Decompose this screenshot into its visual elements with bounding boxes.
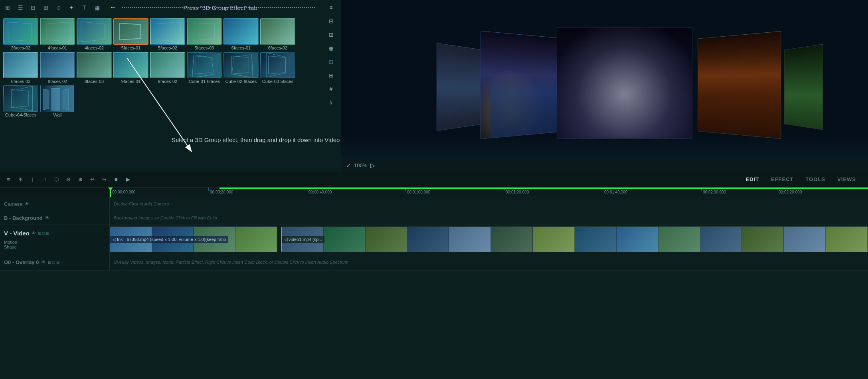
toolbar-icon-7[interactable]: T <box>80 3 89 12</box>
tl-icon-zoom-in[interactable]: ⊕ <box>76 175 85 184</box>
effect-thumbnail <box>223 52 259 78</box>
tl-icon-clip[interactable]: □ <box>40 175 49 184</box>
ruler-ticks[interactable]: 00:00:00.000 00:00:20.000 00:00:40.000 0… <box>110 188 868 197</box>
effect-thumbnail <box>150 52 185 78</box>
zoom-level[interactable]: 100% <box>354 162 367 168</box>
effect-9faces-02[interactable]: 9faces-02 <box>150 52 185 84</box>
effect-thumbnail <box>150 18 185 45</box>
icon-5[interactable]: □ <box>326 56 337 67</box>
effect-label: 6faces-03 <box>11 79 30 84</box>
camera-eye-icon[interactable]: 👁 <box>25 201 29 206</box>
effect-thumbnail <box>223 18 259 45</box>
effect-5faces-01[interactable]: 5faces-01 <box>113 18 148 50</box>
effect-cube-04-5faces[interactable]: Cube-04-5faces <box>3 85 38 117</box>
effect-5faces-02[interactable]: 5faces-02 <box>150 18 185 50</box>
ruler-mark-0: 00:00:00.000 <box>111 188 135 197</box>
video-eye-icon[interactable]: 👁 <box>32 231 36 235</box>
video-sub-labels: Motion Shape <box>4 240 17 249</box>
overlay-eye-icon[interactable]: 👁 <box>41 260 45 265</box>
effect-4faces-02[interactable]: 4faces-02 <box>77 18 112 50</box>
tl-icon-split[interactable]: ⬡ <box>52 175 61 184</box>
play-button[interactable]: ▷ <box>370 162 375 169</box>
tab-tools[interactable]: TOOLS <box>806 176 826 182</box>
clip-video1[interactable]: ◁ video1.mp4 (sp... <box>281 227 868 252</box>
icon-6[interactable]: ⊞ <box>326 70 337 81</box>
toolbar-icon-5[interactable]: ☺ <box>54 3 63 12</box>
toolbar-icon-4[interactable]: ⊞ <box>42 3 50 12</box>
tab-edit[interactable]: EDIT <box>745 176 759 182</box>
effect-cube-01-6faces[interactable]: Cube-01-6faces <box>187 52 222 84</box>
video-icon-4[interactable]: ○ <box>50 231 53 235</box>
effect-8faces-03[interactable]: 8faces-03 <box>77 52 112 84</box>
shape-label: Shape <box>4 245 17 249</box>
video-icon-3[interactable]: ⊞ <box>46 231 49 235</box>
effect-wall[interactable]: Wall <box>40 85 75 117</box>
toolbar-icon-1[interactable]: ⊞ <box>3 3 12 12</box>
clip-ink[interactable]: ◁ Ink - 67358.mp4 (speed x 1.00, volume … <box>110 227 277 252</box>
playhead[interactable] <box>110 188 111 197</box>
toolbar-icon-6[interactable]: ✦ <box>67 3 76 12</box>
effect-6faces-03[interactable]: 6faces-03 <box>3 52 38 84</box>
tooltip-text: Press "3D Group Effect" tab <box>183 4 257 11</box>
tl-icon-track[interactable]: | <box>28 175 37 184</box>
track-camera: Camera 👁 Double Click to Add Camera <box>0 197 868 211</box>
video-icon-1[interactable]: ⊞ <box>38 231 41 235</box>
toolbar-icon-2[interactable]: ☰ <box>16 3 25 12</box>
green-progress-bar <box>219 188 868 189</box>
track-video: V - Video 👁 ⊞ □ ⊞ ○ Motion Shape <box>0 225 868 254</box>
video-icon-2[interactable]: □ <box>42 231 45 235</box>
overlay-label: O0 - Overlay 0 <box>4 259 39 265</box>
effect-cube-02-6faces[interactable]: Cube-02-6faces <box>223 52 259 84</box>
tab-effect[interactable]: EFFECT <box>771 176 794 182</box>
track-content-camera[interactable]: Double Click to Add Camera <box>110 197 868 211</box>
effect-5faces-03[interactable]: 5faces-03 <box>187 18 222 50</box>
thumb-10 <box>491 227 533 252</box>
effect-3faces-02[interactable]: 3faces-02 <box>3 18 38 50</box>
camera-label: Camera <box>4 201 22 207</box>
bg-eye-icon[interactable]: 👁 <box>45 215 49 220</box>
overlay-icon-4[interactable]: ○ <box>61 260 63 265</box>
track-content-video[interactable]: ◁ Ink - 67358.mp4 (speed x 1.00, volume … <box>110 225 868 254</box>
overlay-icon-1[interactable]: ⊞ <box>48 260 51 265</box>
tl-icon-stop[interactable]: ■ <box>112 175 121 184</box>
effect-9faces-01[interactable]: 9faces-01 <box>113 52 148 84</box>
overlay-icon-3[interactable]: ⊞ <box>56 260 59 265</box>
icon-hash2[interactable]: # <box>326 97 337 108</box>
motion-label: Motion <box>4 240 17 245</box>
tl-icon-play[interactable]: ▶ <box>124 175 132 184</box>
effect-6faces-02[interactable]: 6faces-02 <box>260 18 295 50</box>
tl-icon-undo[interactable]: ↩ <box>88 175 97 184</box>
effect-6faces-01[interactable]: 6faces-01 <box>223 18 259 50</box>
tl-icon-redo[interactable]: ↪ <box>100 175 109 184</box>
thumb-16 <box>742 227 784 252</box>
playhead-marker <box>108 188 113 191</box>
icon-4[interactable]: ▦ <box>326 43 337 54</box>
tab-views[interactable]: VIEWS <box>837 176 856 182</box>
effect-8faces-02[interactable]: 8faces-02 <box>40 52 75 84</box>
timeline-menu-tabs: EDIT EFFECT TOOLS VIEWS <box>745 176 856 182</box>
overlay-icon-2[interactable]: □ <box>52 260 55 265</box>
track-label-col <box>0 188 110 197</box>
thumb-9 <box>449 227 491 252</box>
icon-hash[interactable]: # <box>326 83 337 95</box>
track-content-overlay[interactable]: Overlay Videos, Images, Icons, Particle … <box>110 254 868 270</box>
tl-icon-list[interactable]: ≡ <box>4 175 13 184</box>
effect-label: Cube-02-6faces <box>225 79 257 84</box>
thumb-14 <box>658 227 700 252</box>
tl-icon-grid[interactable]: ⊞ <box>16 175 25 184</box>
effect-4faces-01[interactable]: 4faces-01 <box>40 18 75 50</box>
icon-2[interactable]: ⊟ <box>326 16 337 27</box>
track-content-background[interactable]: Background Images, or Double Click to Fi… <box>110 211 868 225</box>
effect-thumbnail <box>3 52 38 78</box>
icon-3[interactable]: ⊞ <box>326 29 337 40</box>
thumb-15 <box>700 227 742 252</box>
thumb-7 <box>366 227 407 252</box>
tl-icon-zoom-out[interactable]: ⊖ <box>64 175 73 184</box>
effect-cube-03-5faces[interactable]: Cube-03-5faces <box>260 52 295 84</box>
tooltip-banner: Press "3D Group Effect" tab <box>100 0 341 15</box>
toolbar-icon-3[interactable]: ⊟ <box>29 3 38 12</box>
icon-1[interactable]: ≡ <box>326 2 337 13</box>
effect-thumbnail <box>3 18 38 45</box>
effect-label: 5faces-01 <box>121 45 140 50</box>
video-label: V - Video <box>4 230 30 237</box>
